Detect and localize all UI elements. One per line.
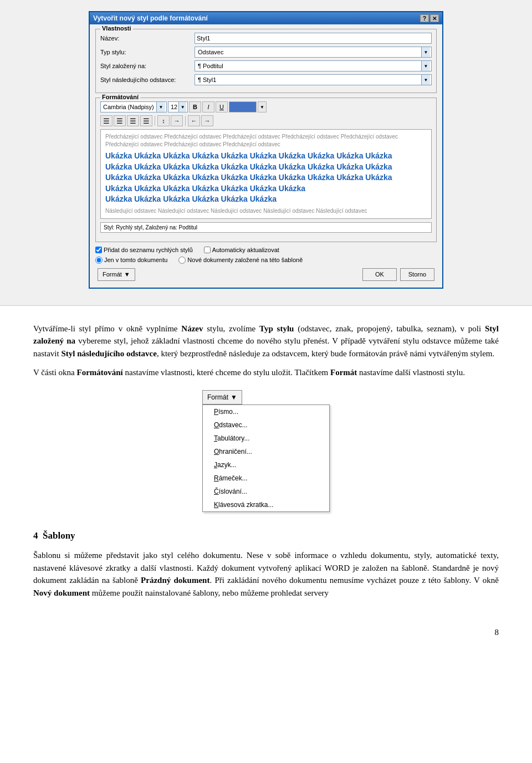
- bold-novy-dok: Nový dokument: [33, 588, 90, 597]
- dialog-footer: Formát ▼ OK Storno: [95, 268, 437, 283]
- separator-1: [155, 116, 155, 126]
- radio1-input[interactable]: [95, 257, 103, 264]
- size-select-arrow[interactable]: ▼: [178, 102, 186, 112]
- format-dropdown-label: Formát: [207, 392, 228, 402]
- bold-nazev: Název: [181, 324, 203, 333]
- dialog-titlebar: Vytvořit nový styl podle formátování ? ✕: [90, 12, 442, 24]
- increase-indent-button-2[interactable]: →: [201, 115, 213, 126]
- preview-sample: Ukázka Ukázka Ukázka Ukázka Ukázka Ukázk…: [105, 151, 427, 205]
- ok-button[interactable]: OK: [362, 268, 397, 281]
- dialog-window: Vytvořit nový styl podle formátování ? ✕…: [89, 11, 443, 289]
- align-left-button[interactable]: ☰: [100, 115, 112, 126]
- checkbox2-item[interactable]: Automaticky aktualizovat: [204, 247, 279, 253]
- increase-indent-button[interactable]: →: [171, 115, 183, 126]
- format-btn-arrow: ▼: [124, 271, 130, 278]
- menu-item-odstavec[interactable]: Odstavec...: [203, 418, 329, 432]
- style-info: Styl: Rychlý styl, Založený na: Podtitul: [100, 222, 432, 233]
- menu-item-jazyk[interactable]: Jazyk...: [203, 458, 329, 472]
- italic-button[interactable]: I: [202, 101, 214, 112]
- paragraph-2: V části okna Formátování nastavíme vlast…: [33, 366, 499, 379]
- format-button[interactable]: Formát ▼: [98, 268, 135, 281]
- bold-typ-stylu: Typ stylu: [259, 324, 294, 333]
- page: Vytvořit nový styl podle formátování ? ✕…: [0, 0, 532, 643]
- formatting-group-title: Formátování: [100, 94, 140, 100]
- action-buttons: OK Storno: [362, 268, 434, 281]
- radio1-item[interactable]: Jen v tomto dokumentu: [95, 257, 167, 264]
- type-label: Typ stylu:: [100, 49, 195, 55]
- name-input[interactable]: [195, 33, 432, 44]
- based-value: Podtitul: [203, 63, 421, 69]
- preview-box: Předcházející odstavec Předcházející ods…: [100, 129, 432, 219]
- ohraniceni-underline: O: [214, 448, 219, 455]
- align-center-button[interactable]: ☰: [114, 115, 126, 126]
- type-select-arrow[interactable]: ▼: [421, 47, 430, 57]
- based-icon: ¶: [196, 63, 203, 69]
- next-value: Styl1: [203, 76, 421, 83]
- section-number: 4: [33, 530, 38, 541]
- bold-button[interactable]: B: [189, 101, 201, 112]
- menu-item-pismo[interactable]: Písmo...: [203, 405, 329, 418]
- checkbox1-item[interactable]: Přidat do seznamu rychlých stylů: [95, 247, 193, 253]
- bold-styl-nasledujiciho: Styl následujícího odstavce: [61, 349, 157, 358]
- next-select[interactable]: ¶ Styl1 ▼: [195, 74, 432, 85]
- format-dropdown-wrapper: Formát ▼ Písmo... Odstavec... Tabulátory…: [202, 390, 330, 512]
- properties-group: Vlastnosti Název: Typ stylu: Odstavec ▼: [95, 29, 437, 93]
- size-select[interactable]: 12 ▼: [168, 101, 188, 112]
- font-select-arrow[interactable]: ▼: [156, 102, 165, 112]
- underline-button[interactable]: U: [216, 101, 228, 112]
- format-dropdown-button[interactable]: Formát ▼: [202, 390, 242, 404]
- line-spacing-button[interactable]: ↕: [157, 115, 170, 126]
- font-select[interactable]: Cambria (Nadpisy) ▼: [100, 101, 167, 112]
- checkbox1-label: Přidat do seznamu rychlých stylů: [104, 247, 193, 253]
- checkbox1-input[interactable]: [95, 247, 102, 253]
- klavesova-underline: K: [214, 501, 218, 509]
- close-button[interactable]: ✕: [430, 14, 439, 22]
- menu-item-tabulatory[interactable]: Tabulátory...: [203, 432, 329, 445]
- preview-line-2: Ukázka Ukázka Ukázka Ukázka Ukázka Ukázk…: [105, 162, 427, 173]
- format-dropdown-arrow: ▼: [231, 392, 237, 402]
- menu-item-cislovani[interactable]: Číslování...: [203, 485, 329, 498]
- next-icon: ¶: [196, 76, 203, 83]
- based-select-arrow[interactable]: ▼: [421, 61, 430, 71]
- separator-2: [185, 116, 186, 126]
- type-select[interactable]: Odstavec ▼: [195, 47, 432, 58]
- format-dropdown-container: Formát ▼ Písmo... Odstavec... Tabulátory…: [33, 390, 499, 512]
- format-btn-label: Formát: [103, 271, 122, 278]
- based-select[interactable]: ¶ Podtitul ▼: [195, 60, 432, 71]
- dialog-area: Vytvořit nový styl podle formátování ? ✕…: [0, 0, 532, 306]
- preview-line-4: Ukázka Ukázka Ukázka Ukázka Ukázka Ukázk…: [105, 183, 427, 194]
- next-select-arrow[interactable]: ▼: [421, 75, 430, 85]
- name-row: Název:: [100, 33, 432, 44]
- color-picker[interactable]: [229, 101, 257, 112]
- color-arrow[interactable]: ▼: [258, 101, 267, 112]
- preview-line-5: Ukázka Ukázka Ukázka Ukázka Ukázka Ukázk…: [105, 194, 427, 205]
- radio1-label: Jen v tomto dokumentu: [104, 257, 167, 263]
- main-content: Vytváříme-li styl přímo v okně vyplníme …: [0, 306, 532, 623]
- pismo-underline: P: [214, 408, 218, 416]
- align-justify-button[interactable]: ☰: [140, 115, 152, 126]
- checkbox2-input[interactable]: [204, 247, 211, 253]
- preview-preceding: Předcházející odstavec Předcházející ods…: [105, 133, 427, 148]
- menu-item-ohraniceni[interactable]: Ohraničení...: [203, 445, 329, 458]
- menu-item-klavesova[interactable]: Klávesová zkratka...: [203, 498, 329, 511]
- cancel-button[interactable]: Storno: [400, 268, 434, 281]
- menu-item-ramecek[interactable]: Rámeček...: [203, 472, 329, 485]
- radio-row: Jen v tomto dokumentu Nové dokumenty zal…: [95, 257, 437, 264]
- help-button[interactable]: ?: [420, 14, 429, 22]
- type-row: Typ stylu: Odstavec ▼: [100, 47, 432, 58]
- toolbar-row-1: Cambria (Nadpisy) ▼ 12 ▼ B I U ▼: [100, 101, 432, 112]
- decrease-indent-button[interactable]: ←: [188, 115, 200, 126]
- bold-formatovani: Formátování: [76, 368, 122, 377]
- radio2-label: Nové dokumenty založené na této šabloně: [187, 257, 303, 263]
- odstavec-underline: O: [214, 421, 219, 429]
- properties-group-title: Vlastnosti: [100, 25, 133, 32]
- preview-line-3: Ukázka Ukázka Ukázka Ukázka Ukázka Ukázk…: [105, 172, 427, 183]
- paragraph-3: Šablonu si můžeme představit jako styl c…: [33, 549, 499, 599]
- based-label: Styl založený na:: [100, 63, 195, 69]
- formatting-group: Formátování Cambria (Nadpisy) ▼ 12 ▼ B I: [95, 98, 437, 242]
- name-label: Název:: [100, 35, 195, 42]
- radio2-item[interactable]: Nové dokumenty založené na této šabloně: [178, 257, 303, 264]
- align-right-button[interactable]: ☰: [127, 115, 139, 126]
- radio2-input[interactable]: [178, 257, 186, 264]
- ramecek-underline: R: [214, 474, 219, 482]
